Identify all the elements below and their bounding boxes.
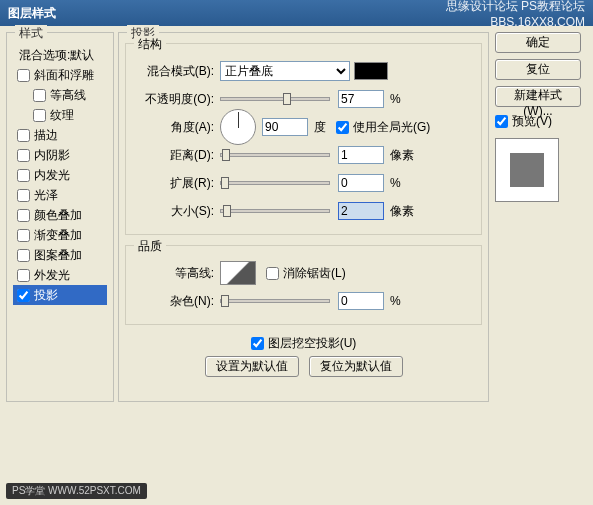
style-checkbox[interactable] bbox=[17, 289, 30, 302]
distance-slider[interactable] bbox=[220, 153, 330, 157]
styles-group: 样式 混合选项:默认 斜面和浮雕等高线纹理描边内阴影内发光光泽颜色叠加渐变叠加图… bbox=[6, 32, 114, 402]
preview-checkbox[interactable]: 预览(V) bbox=[495, 113, 587, 130]
style-checkbox[interactable] bbox=[33, 89, 46, 102]
spread-label: 扩展(R): bbox=[134, 175, 220, 192]
structure-group: 结构 混合模式(B): 正片叠底 不透明度(O): % bbox=[125, 43, 482, 235]
angle-dial[interactable] bbox=[220, 109, 256, 145]
drop-shadow-group: 投影 结构 混合模式(B): 正片叠底 不透明度(O): % bbox=[118, 32, 489, 402]
preview-box bbox=[495, 138, 559, 202]
antialias-checkbox[interactable]: 消除锯齿(L) bbox=[266, 265, 346, 282]
cancel-button[interactable]: 复位 bbox=[495, 59, 581, 80]
style-item-2[interactable]: 纹理 bbox=[13, 105, 107, 125]
style-checkbox[interactable] bbox=[33, 109, 46, 122]
angle-input[interactable] bbox=[262, 118, 308, 136]
style-label: 描边 bbox=[34, 127, 58, 144]
distance-input[interactable] bbox=[338, 146, 384, 164]
contour-picker[interactable] bbox=[220, 261, 256, 285]
titlebar: 图层样式 思缘设计论坛 PS教程论坛BBS.16XX8.COM bbox=[0, 0, 593, 26]
blend-mode-select[interactable]: 正片叠底 bbox=[220, 61, 350, 81]
style-label: 颜色叠加 bbox=[34, 207, 82, 224]
style-item-5[interactable]: 内发光 bbox=[13, 165, 107, 185]
window-title: 图层样式 bbox=[8, 5, 56, 22]
style-item-6[interactable]: 光泽 bbox=[13, 185, 107, 205]
set-default-button[interactable]: 设置为默认值 bbox=[205, 356, 299, 377]
opacity-unit: % bbox=[390, 92, 401, 106]
opacity-label: 不透明度(O): bbox=[134, 91, 220, 108]
style-checkbox[interactable] bbox=[17, 229, 30, 242]
spread-slider[interactable] bbox=[220, 181, 330, 185]
size-slider[interactable] bbox=[220, 209, 330, 213]
structure-title: 结构 bbox=[134, 36, 166, 53]
style-checkbox[interactable] bbox=[17, 249, 30, 262]
style-checkbox[interactable] bbox=[17, 129, 30, 142]
style-item-0[interactable]: 斜面和浮雕 bbox=[13, 65, 107, 85]
quality-group: 品质 等高线: 消除锯齿(L) 杂色(N): % bbox=[125, 245, 482, 325]
style-item-10[interactable]: 外发光 bbox=[13, 265, 107, 285]
blend-mode-label: 混合模式(B): bbox=[134, 63, 220, 80]
opacity-slider[interactable] bbox=[220, 97, 330, 101]
knockout-checkbox[interactable]: 图层挖空投影(U) bbox=[125, 335, 482, 352]
style-item-3[interactable]: 描边 bbox=[13, 125, 107, 145]
opacity-input[interactable] bbox=[338, 90, 384, 108]
style-label: 内发光 bbox=[34, 167, 70, 184]
angle-label: 角度(A): bbox=[134, 119, 220, 136]
style-label: 等高线 bbox=[50, 87, 86, 104]
angle-unit: 度 bbox=[314, 119, 326, 136]
style-label: 渐变叠加 bbox=[34, 227, 82, 244]
size-label: 大小(S): bbox=[134, 203, 220, 220]
titlebar-watermark: 思缘设计论坛 PS教程论坛BBS.16XX8.COM bbox=[446, 0, 585, 29]
distance-label: 距离(D): bbox=[134, 147, 220, 164]
quality-title: 品质 bbox=[134, 238, 166, 255]
shadow-color-swatch[interactable] bbox=[354, 62, 388, 80]
size-input[interactable] bbox=[338, 202, 384, 220]
style-label: 投影 bbox=[34, 287, 58, 304]
noise-slider[interactable] bbox=[220, 299, 330, 303]
style-label: 纹理 bbox=[50, 107, 74, 124]
global-light-checkbox[interactable]: 使用全局光(G) bbox=[336, 119, 430, 136]
ok-button[interactable]: 确定 bbox=[495, 32, 581, 53]
style-checkbox[interactable] bbox=[17, 269, 30, 282]
new-style-button[interactable]: 新建样式(W)... bbox=[495, 86, 581, 107]
footer-watermark: PS学堂 WWW.52PSXT.COM bbox=[6, 483, 147, 499]
style-label: 光泽 bbox=[34, 187, 58, 204]
style-label: 图案叠加 bbox=[34, 247, 82, 264]
style-item-4[interactable]: 内阴影 bbox=[13, 145, 107, 165]
style-checkbox[interactable] bbox=[17, 169, 30, 182]
style-item-8[interactable]: 渐变叠加 bbox=[13, 225, 107, 245]
style-checkbox[interactable] bbox=[17, 189, 30, 202]
style-checkbox[interactable] bbox=[17, 149, 30, 162]
style-checkbox[interactable] bbox=[17, 69, 30, 82]
spread-unit: % bbox=[390, 176, 401, 190]
reset-default-button[interactable]: 复位为默认值 bbox=[309, 356, 403, 377]
style-item-7[interactable]: 颜色叠加 bbox=[13, 205, 107, 225]
style-item-1[interactable]: 等高线 bbox=[13, 85, 107, 105]
spread-input[interactable] bbox=[338, 174, 384, 192]
preview-thumbnail bbox=[510, 153, 544, 187]
noise-unit: % bbox=[390, 294, 401, 308]
size-unit: 像素 bbox=[390, 203, 414, 220]
contour-label: 等高线: bbox=[134, 265, 220, 282]
style-item-11[interactable]: 投影 bbox=[13, 285, 107, 305]
style-label: 内阴影 bbox=[34, 147, 70, 164]
styles-title: 样式 bbox=[15, 25, 47, 42]
style-checkbox[interactable] bbox=[17, 209, 30, 222]
style-label: 斜面和浮雕 bbox=[34, 67, 94, 84]
noise-label: 杂色(N): bbox=[134, 293, 220, 310]
blend-options-default[interactable]: 混合选项:默认 bbox=[13, 45, 107, 65]
style-item-9[interactable]: 图案叠加 bbox=[13, 245, 107, 265]
noise-input[interactable] bbox=[338, 292, 384, 310]
style-label: 外发光 bbox=[34, 267, 70, 284]
distance-unit: 像素 bbox=[390, 147, 414, 164]
